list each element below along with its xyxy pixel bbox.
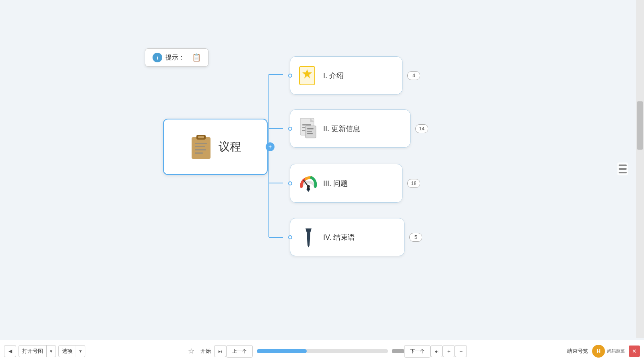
- node4-label: IV. 结束语: [323, 232, 355, 242]
- node2-count: 14: [415, 124, 428, 133]
- end-label[interactable]: 结束号览: [567, 348, 588, 355]
- node1-count: 4: [407, 71, 420, 80]
- svg-rect-11: [195, 149, 206, 150]
- progress-fill: [257, 349, 307, 353]
- svg-rect-21: [305, 126, 316, 138]
- scrollbar-thumb[interactable]: [637, 101, 643, 150]
- logo-text: 妈妈游览: [607, 348, 625, 354]
- toolbar-center: ☆ 开始 ⏮ 上一个 下一个 ⏭ + −: [185, 345, 467, 358]
- star-icon-node1: [298, 66, 318, 86]
- svg-rect-9: [195, 143, 207, 144]
- toolbar-right: 结束号览 H 妈妈游览 ✕: [567, 345, 640, 358]
- hint-text: 提示：: [165, 53, 185, 62]
- next-next-button[interactable]: ⏭: [431, 345, 443, 357]
- central-node-label: 议程: [219, 139, 241, 154]
- prev-prev-button[interactable]: ⏮: [214, 345, 226, 357]
- connector-dot-2: [288, 127, 292, 131]
- branch-node-issues[interactable]: III. 问题 18: [290, 164, 402, 203]
- progress-bar: [257, 349, 388, 353]
- document-icon-node2: [298, 119, 318, 139]
- options-arrow: ▼: [76, 346, 85, 357]
- options-label: 选项: [59, 348, 76, 355]
- hint-box: i 提示： 📋: [145, 48, 208, 67]
- node2-label: II. 更新信息: [323, 124, 360, 134]
- node4-count: 5: [409, 233, 422, 242]
- node3-label: III. 问题: [323, 179, 348, 188]
- hint-edit-icon[interactable]: 📋: [192, 53, 201, 62]
- close-button[interactable]: ✕: [629, 346, 640, 357]
- svg-rect-24: [307, 133, 313, 134]
- branch-node-intro[interactable]: I. 介绍 4: [290, 56, 402, 95]
- next-button[interactable]: 下一个: [404, 345, 431, 358]
- zoom-in-button[interactable]: +: [443, 345, 455, 357]
- progress-divider[interactable]: [392, 349, 404, 353]
- svg-rect-6: [192, 137, 211, 159]
- menu-line-3: [619, 172, 627, 173]
- svg-rect-10: [195, 146, 205, 147]
- prev-label: 上一个: [232, 348, 247, 355]
- connector-dot-3: [288, 181, 292, 185]
- svg-rect-12: [195, 152, 203, 154]
- branch-node-closing[interactable]: IV. 结束语 5: [290, 218, 405, 256]
- options-select[interactable]: 选项 ▼: [58, 345, 85, 357]
- svg-rect-22: [307, 128, 314, 130]
- clipboard-icon: [190, 134, 212, 160]
- bottom-toolbar: ◀ 打开号图 ▼ 选项 ▼ ☆ 开始 ⏮ 上一个 下一个 ⏭ + −: [0, 340, 644, 362]
- open-map-select[interactable]: 打开号图 ▼: [19, 345, 56, 357]
- right-panel[interactable]: [617, 162, 628, 175]
- node3-count: 18: [407, 179, 420, 188]
- open-map-arrow: ▼: [46, 346, 56, 357]
- prev-button[interactable]: 上一个: [226, 345, 253, 358]
- logo-button[interactable]: H 妈妈游览: [592, 345, 625, 358]
- menu-line-2: [619, 168, 627, 170]
- open-map-label: 打开号图: [19, 348, 46, 355]
- expand-button[interactable]: +: [266, 142, 275, 151]
- branch-node-updates[interactable]: II. 更新信息 14: [290, 109, 411, 148]
- tie-icon-node4: [298, 227, 318, 247]
- next-label: 下一个: [410, 348, 425, 355]
- gauge-icon-node3: [298, 173, 318, 193]
- mind-map-canvas: i 提示： 📋 议程 +: [0, 0, 636, 338]
- start-button[interactable]: 开始: [197, 346, 214, 356]
- expand-left-btn[interactable]: ◀: [4, 345, 16, 357]
- star-button[interactable]: ☆: [185, 345, 197, 357]
- menu-line-1: [619, 165, 627, 166]
- svg-rect-23: [307, 131, 312, 132]
- right-scrollbar[interactable]: [636, 0, 644, 338]
- svg-rect-8: [198, 136, 204, 138]
- hint-icon: i: [153, 53, 162, 62]
- svg-point-26: [307, 185, 310, 188]
- svg-rect-18: [302, 124, 311, 125]
- node1-label: I. 介绍: [323, 71, 344, 80]
- central-node[interactable]: 议程: [163, 119, 268, 175]
- logo-circle: H: [592, 345, 605, 358]
- toolbar-left: ◀ 打开号图 ▼ 选项 ▼: [4, 345, 85, 357]
- zoom-out-button[interactable]: −: [455, 345, 467, 357]
- connector-dot-4: [288, 235, 292, 239]
- connector-dot-1: [288, 74, 292, 78]
